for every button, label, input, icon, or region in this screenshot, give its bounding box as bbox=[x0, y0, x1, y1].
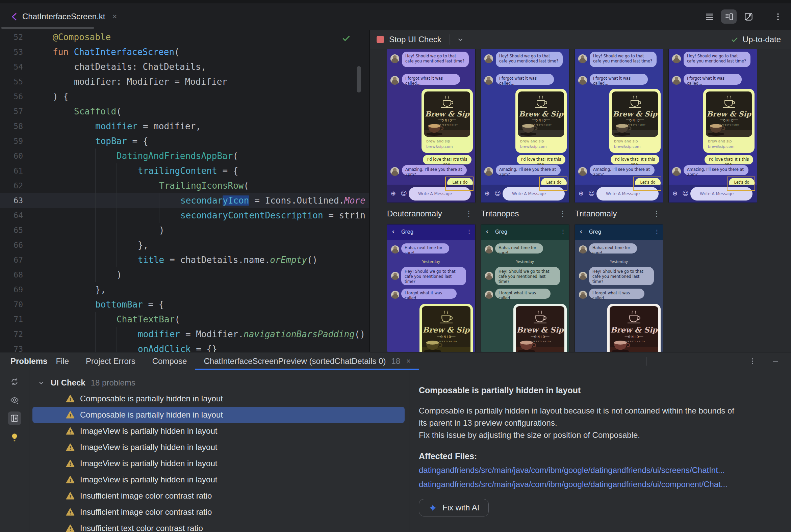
lightbulb-icon[interactable] bbox=[8, 431, 21, 444]
emoji-icon[interactable]: ☺ bbox=[588, 190, 595, 197]
code-line-65[interactable]: 65) bbox=[0, 223, 369, 238]
details-panel-icon[interactable] bbox=[8, 412, 21, 425]
affected-file-link-1[interactable]: datingandfriends/src/main/java/com/ibm/g… bbox=[419, 465, 777, 475]
problem-item[interactable]: Insufficient image color contrast ratio bbox=[29, 504, 409, 520]
tab-close-icon[interactable]: × bbox=[112, 13, 117, 21]
tab-project-errors[interactable]: Project Errors bbox=[77, 353, 144, 370]
problem-title: Composable is partially hidden in layout bbox=[419, 384, 777, 396]
warning-icon bbox=[66, 491, 75, 500]
editor-tab[interactable]: ChatInterfaceScreen.kt × bbox=[9, 3, 117, 30]
problem-item[interactable]: Composable is partially hidden in layout bbox=[33, 407, 405, 423]
code-line-71[interactable]: 71ChatTextBar( bbox=[0, 312, 369, 327]
code-line-55[interactable]: 55modifier: Modifier = Modifier bbox=[0, 74, 369, 89]
code-line-56[interactable]: 56) { bbox=[0, 89, 369, 104]
preview-scroll-area[interactable]: Hey! Should we go to that cafe you menti… bbox=[370, 49, 791, 352]
preview-kebab-icon[interactable]: ⋮ bbox=[559, 209, 566, 218]
preview-phone-row1-2[interactable]: Hey! Should we go to that cafe you menti… bbox=[481, 49, 569, 203]
avatar bbox=[391, 245, 399, 253]
more-options-icon[interactable] bbox=[770, 10, 786, 24]
inspection-ok-icon[interactable] bbox=[341, 33, 351, 43]
code-line-68[interactable]: 68) bbox=[0, 267, 369, 282]
minimize-icon[interactable] bbox=[771, 357, 779, 365]
preview-phone-row1-3[interactable]: Hey! Should we go to that cafe you menti… bbox=[575, 49, 663, 203]
preview-kebab-icon[interactable]: ⋮ bbox=[465, 209, 473, 218]
code-line-73[interactable]: 73onAddClick = {} bbox=[0, 342, 369, 352]
code-line-59[interactable]: 59topBar = { bbox=[0, 134, 369, 149]
add-icon[interactable]: ⊕ bbox=[485, 190, 490, 197]
code-line-58[interactable]: 58modifier = modifier, bbox=[0, 119, 369, 134]
preview-phone-row2-1[interactable]: ‹Greg⋮Haha, next time for sure!Yesterday… bbox=[387, 225, 475, 352]
preview-kebab-icon[interactable]: ⋮ bbox=[653, 209, 660, 218]
preview-phone-row2-2[interactable]: ‹Greg⋮Haha, next time for sure!Yesterday… bbox=[481, 225, 569, 352]
code-editor[interactable]: 52@Composable53fun ChatInterfaceScreen(5… bbox=[0, 30, 369, 352]
add-icon[interactable]: ⊕ bbox=[673, 190, 678, 197]
affected-file-link-2[interactable]: datingandfriends/src/main/java/com/ibm/g… bbox=[419, 479, 777, 490]
avatar bbox=[484, 54, 493, 63]
code-line-61[interactable]: 61trailingContent = { bbox=[0, 164, 369, 178]
appbar-kebab-icon[interactable]: ⋮ bbox=[560, 229, 566, 235]
code-line-69[interactable]: 69}, bbox=[0, 282, 369, 297]
preview-phone-row2-3[interactable]: ‹Greg⋮Haha, next time for sure!Yesterday… bbox=[575, 225, 663, 352]
link-card-caption: brew and sip bbox=[426, 139, 470, 144]
eye-icon[interactable] bbox=[8, 393, 21, 407]
problem-item[interactable]: Composable is partially hidden in layout bbox=[29, 391, 409, 407]
code-line-62[interactable]: 62TrailingIconsRow( bbox=[0, 178, 369, 193]
code-line-57[interactable]: 57Scaffold( bbox=[0, 104, 369, 119]
emoji-icon[interactable]: ☺ bbox=[682, 190, 689, 197]
add-icon[interactable]: ⊕ bbox=[391, 190, 396, 197]
line-number: 58 bbox=[0, 119, 36, 134]
code-line-66[interactable]: 66}, bbox=[0, 238, 369, 252]
code-line-53[interactable]: 53fun ChatInterfaceScreen( bbox=[0, 44, 369, 59]
back-icon[interactable]: ‹ bbox=[486, 227, 489, 236]
link-card-url[interactable]: brew&sip.com bbox=[426, 145, 470, 149]
appbar-kebab-icon[interactable]: ⋮ bbox=[654, 229, 660, 235]
design-view-icon[interactable] bbox=[741, 10, 756, 24]
chat-bubble: I forgot what it was called... bbox=[402, 74, 460, 85]
fix-with-ai-button[interactable]: Fix with AI bbox=[419, 499, 489, 516]
code-view-icon[interactable] bbox=[701, 10, 717, 24]
tab-ui-check-preview[interactable]: ChatInterfaceScreenPreview (sortedChatDe… bbox=[195, 353, 419, 370]
back-icon[interactable]: ‹ bbox=[580, 227, 583, 236]
back-icon[interactable]: ‹ bbox=[392, 227, 395, 236]
emoji-icon[interactable]: ☺ bbox=[494, 190, 501, 197]
split-view-icon[interactable] bbox=[721, 10, 737, 24]
chevron-down-icon[interactable] bbox=[456, 35, 465, 44]
tab-file[interactable]: File bbox=[47, 353, 77, 370]
chevron-down-icon[interactable] bbox=[37, 379, 45, 387]
stop-icon[interactable] bbox=[376, 36, 384, 43]
problem-item[interactable]: ImageView is partially hidden in layout bbox=[29, 455, 409, 472]
code-line-64[interactable]: 64secondaryContentDescription = strin bbox=[0, 208, 369, 223]
appbar-kebab-icon[interactable]: ⋮ bbox=[466, 229, 472, 235]
horizontal-scrollbar[interactable] bbox=[1, 27, 94, 29]
preview-phone-row1-1[interactable]: Hey! Should we go to that cafe you menti… bbox=[387, 49, 475, 203]
panel-kebab-icon[interactable] bbox=[749, 357, 757, 365]
chat-appbar: ‹Greg⋮ bbox=[387, 225, 475, 240]
code-line-63[interactable]: 63secondaryIcon = Icons.Outlined.More bbox=[0, 193, 369, 208]
code-line-54[interactable]: 54chatDetails: ChatDetails, bbox=[0, 59, 369, 74]
preview-label: Tritanomaly bbox=[575, 209, 617, 218]
problem-item[interactable]: ImageView is partially hidden in layout bbox=[29, 472, 409, 488]
emoji-icon[interactable]: ☺ bbox=[401, 190, 407, 197]
add-icon[interactable]: ⊕ bbox=[578, 190, 584, 197]
code-line-72[interactable]: 72modifier = Modifier.navigationBarsPadd… bbox=[0, 327, 369, 342]
preview-phone-row1-4[interactable]: Hey! Should we go to that cafe you menti… bbox=[669, 49, 757, 203]
problems-group-row[interactable]: UI Check 18 problems bbox=[29, 375, 409, 391]
code-line-70[interactable]: 70bottomBar = { bbox=[0, 297, 369, 312]
link-card-url[interactable]: brew&sip.com bbox=[520, 145, 564, 149]
link-card-url[interactable]: brew&sip.com bbox=[708, 145, 752, 149]
vertical-scrollbar[interactable] bbox=[357, 66, 361, 93]
refresh-icon[interactable] bbox=[8, 375, 21, 388]
tab-close-icon[interactable]: × bbox=[406, 357, 411, 366]
problem-item[interactable]: Insufficient text color contrast ratio bbox=[29, 520, 409, 532]
code-line-67[interactable]: 67title = chatDetails.name.orEmpty() bbox=[0, 252, 369, 267]
stop-ui-check-button[interactable]: Stop UI Check bbox=[389, 35, 441, 44]
problems-list-items: Composable is partially hidden in layout… bbox=[29, 391, 409, 532]
problem-item[interactable]: Insufficient image color contrast ratio bbox=[29, 488, 409, 504]
chat-link-card: Brew & SipONIDCOFFEETCHSIDY bbox=[607, 304, 661, 352]
tab-compose[interactable]: Compose bbox=[144, 353, 196, 370]
code-line-52[interactable]: 52@Composable bbox=[0, 30, 369, 44]
link-card-url[interactable]: brew&sip.com bbox=[614, 145, 658, 149]
code-line-60[interactable]: 60DatingAndFriendsAppBar( bbox=[0, 149, 369, 164]
problem-item[interactable]: ImageView is partially hidden in layout bbox=[29, 423, 409, 439]
problem-item[interactable]: ImageView is partially hidden in layout bbox=[29, 439, 409, 455]
